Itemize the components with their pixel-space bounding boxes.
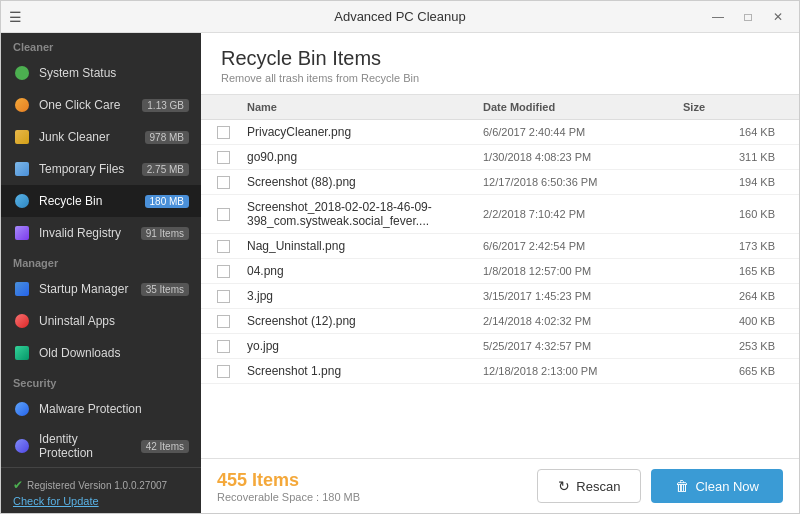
row-name: go90.png	[247, 150, 483, 164]
table-row[interactable]: Screenshot (12).png 2/14/2018 4:02:32 PM…	[201, 309, 799, 334]
table-row[interactable]: PrivacyCleaner.png 6/6/2017 2:40:44 PM 1…	[201, 120, 799, 145]
junk-icon	[13, 128, 31, 146]
row-size: 194 KB	[683, 176, 783, 188]
row-checkbox[interactable]	[217, 340, 247, 353]
sidebar-bottom: ✔ Registered Version 1.0.0.27007 Check f…	[1, 467, 201, 513]
table-row[interactable]: 04.png 1/8/2018 12:57:00 PM 165 KB	[201, 259, 799, 284]
recoverable-space: Recoverable Space : 180 MB	[217, 491, 360, 503]
junk-cleaner-badge: 978 MB	[145, 131, 189, 144]
row-date: 2/14/2018 4:02:32 PM	[483, 315, 683, 327]
table-row[interactable]: Nag_Uninstall.png 6/6/2017 2:42:54 PM 17…	[201, 234, 799, 259]
sidebar: Cleaner System Status One Click Care 1.1…	[1, 33, 201, 513]
temporary-files-badge: 2.75 MB	[142, 163, 189, 176]
downloads-icon	[13, 344, 31, 362]
close-button[interactable]: ✕	[765, 7, 791, 27]
sidebar-label-invalid-registry: Invalid Registry	[39, 226, 133, 240]
sidebar-item-uninstall-apps[interactable]: Uninstall Apps	[1, 305, 201, 337]
row-name: Screenshot (88).png	[247, 175, 483, 189]
security-section-label: Security	[1, 369, 201, 393]
app-title: Advanced PC Cleanup	[334, 9, 466, 24]
rescan-button[interactable]: ↻ Rescan	[537, 469, 641, 503]
content-subtitle: Remove all trash items from Recycle Bin	[221, 72, 779, 84]
row-name: 04.png	[247, 264, 483, 278]
table-row[interactable]: 3.jpg 3/15/2017 1:45:23 PM 264 KB	[201, 284, 799, 309]
row-checkbox[interactable]	[217, 290, 247, 303]
sidebar-label-temporary-files: Temporary Files	[39, 162, 134, 176]
rescan-label: Rescan	[576, 479, 620, 494]
sidebar-item-startup-manager[interactable]: Startup Manager 35 Items	[1, 273, 201, 305]
sidebar-item-recycle-bin[interactable]: Recycle Bin 180 MB	[1, 185, 201, 217]
row-checkbox[interactable]	[217, 365, 247, 378]
sidebar-label-identity-protection: Identity Protection	[39, 432, 133, 460]
table-row[interactable]: go90.png 1/30/2018 4:08:23 PM 311 KB	[201, 145, 799, 170]
row-checkbox[interactable]	[217, 176, 247, 189]
row-date: 6/6/2017 2:42:54 PM	[483, 240, 683, 252]
sidebar-label-recycle-bin: Recycle Bin	[39, 194, 137, 208]
sidebar-item-malware-protection[interactable]: Malware Protection	[1, 393, 201, 425]
identity-icon	[13, 437, 31, 455]
row-size: 253 KB	[683, 340, 783, 352]
maximize-button[interactable]: □	[735, 7, 761, 27]
app-window: ☰ Advanced PC Cleanup — □ ✕ Cleaner Syst…	[0, 0, 800, 514]
row-checkbox[interactable]	[217, 240, 247, 253]
table-row[interactable]: Screenshot (88).png 12/17/2018 6:50:36 P…	[201, 170, 799, 195]
row-date: 1/30/2018 4:08:23 PM	[483, 151, 683, 163]
minimize-button[interactable]: —	[705, 7, 731, 27]
sidebar-item-one-click-care[interactable]: One Click Care 1.13 GB	[1, 89, 201, 121]
clean-now-button[interactable]: 🗑 Clean Now	[651, 469, 783, 503]
sidebar-item-invalid-registry[interactable]: Invalid Registry 91 Items	[1, 217, 201, 249]
one-click-care-badge: 1.13 GB	[142, 99, 189, 112]
row-name: yo.jpg	[247, 339, 483, 353]
row-date: 12/18/2018 2:13:00 PM	[483, 365, 683, 377]
items-count: 455 Items	[217, 470, 360, 491]
recycle-icon	[13, 192, 31, 210]
content-title: Recycle Bin Items	[221, 47, 779, 70]
row-name: PrivacyCleaner.png	[247, 125, 483, 139]
table-row[interactable]: Screenshot_2018-02-02-18-46-09-398_com.s…	[201, 195, 799, 234]
startup-manager-badge: 35 Items	[141, 283, 189, 296]
row-date: 5/25/2017 4:32:57 PM	[483, 340, 683, 352]
row-checkbox[interactable]	[217, 265, 247, 278]
sidebar-label-startup-manager: Startup Manager	[39, 282, 133, 296]
header-date: Date Modified	[483, 101, 683, 113]
header-check	[217, 101, 247, 113]
row-checkbox[interactable]	[217, 126, 247, 139]
sidebar-label-uninstall-apps: Uninstall Apps	[39, 314, 189, 328]
row-checkbox[interactable]	[217, 151, 247, 164]
sidebar-label-malware-protection: Malware Protection	[39, 402, 189, 416]
hamburger-icon[interactable]: ☰	[9, 9, 22, 25]
content-footer: 455 Items Recoverable Space : 180 MB ↻ R…	[201, 458, 799, 513]
sidebar-item-system-status[interactable]: System Status	[1, 57, 201, 89]
identity-protection-badge: 42 Items	[141, 440, 189, 453]
sidebar-label-system-status: System Status	[39, 66, 189, 80]
invalid-registry-badge: 91 Items	[141, 227, 189, 240]
row-date: 3/15/2017 1:45:23 PM	[483, 290, 683, 302]
clean-label: Clean Now	[695, 479, 759, 494]
sidebar-item-junk-cleaner[interactable]: Junk Cleaner 978 MB	[1, 121, 201, 153]
row-size: 665 KB	[683, 365, 783, 377]
registered-text: ✔ Registered Version 1.0.0.27007	[13, 478, 189, 492]
row-date: 12/17/2018 6:50:36 PM	[483, 176, 683, 188]
malware-icon	[13, 400, 31, 418]
title-bar-controls: — □ ✕	[705, 7, 791, 27]
table-row[interactable]: Screenshot 1.png 12/18/2018 2:13:00 PM 6…	[201, 359, 799, 384]
sidebar-item-identity-protection[interactable]: Identity Protection 42 Items	[1, 425, 201, 467]
header-name: Name	[247, 101, 483, 113]
check-update-link[interactable]: Check for Update	[13, 495, 189, 507]
row-size: 400 KB	[683, 315, 783, 327]
status-icon	[13, 64, 31, 82]
row-size: 173 KB	[683, 240, 783, 252]
file-table: Name Date Modified Size PrivacyCleaner.p…	[201, 95, 799, 458]
sidebar-label-old-downloads: Old Downloads	[39, 346, 189, 360]
row-name: Nag_Uninstall.png	[247, 239, 483, 253]
table-header: Name Date Modified Size	[201, 95, 799, 120]
table-row[interactable]: yo.jpg 5/25/2017 4:32:57 PM 253 KB	[201, 334, 799, 359]
row-size: 160 KB	[683, 208, 783, 220]
care-icon	[13, 96, 31, 114]
content-header: Recycle Bin Items Remove all trash items…	[201, 33, 799, 95]
row-checkbox[interactable]	[217, 208, 247, 221]
sidebar-item-temporary-files[interactable]: Temporary Files 2.75 MB	[1, 153, 201, 185]
main-layout: Cleaner System Status One Click Care 1.1…	[1, 33, 799, 513]
sidebar-item-old-downloads[interactable]: Old Downloads	[1, 337, 201, 369]
row-checkbox[interactable]	[217, 315, 247, 328]
